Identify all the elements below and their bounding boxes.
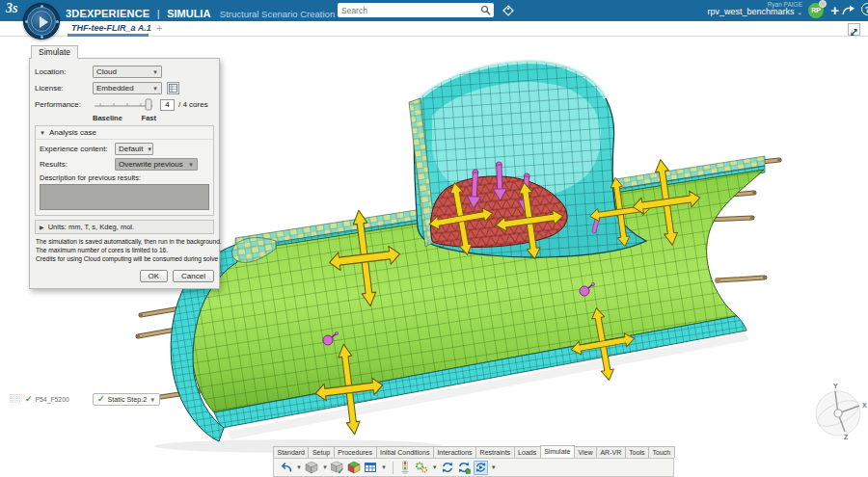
restore-window-button[interactable] bbox=[848, 23, 860, 36]
caret-down-icon: ▼ bbox=[147, 146, 152, 152]
simulation-check-button[interactable] bbox=[441, 461, 455, 475]
app-window: Y X Z 3s 3DEXPERIENCE | SIMULIA Structur… bbox=[0, 0, 868, 477]
expand-triangle-icon[interactable]: ▶ bbox=[40, 224, 44, 230]
description-textarea[interactable] bbox=[40, 184, 209, 210]
status-light-button[interactable] bbox=[398, 461, 413, 475]
search-icon[interactable] bbox=[480, 5, 491, 15]
model-button[interactable] bbox=[305, 461, 319, 475]
axis-z-label: Z bbox=[844, 434, 849, 440]
performance-slider[interactable] bbox=[93, 98, 154, 111]
license-label: License: bbox=[35, 84, 93, 93]
action-bar-tabs: Standard Setup Procedures Initial Condit… bbox=[273, 445, 674, 458]
results-select[interactable]: Overwrite previous ▼ bbox=[115, 158, 198, 171]
experience-content-select[interactable]: Default ▼ bbox=[115, 143, 153, 155]
step-name-label: Static Step.2 bbox=[108, 395, 148, 404]
slider-max-label: Fast bbox=[142, 114, 156, 122]
license-select[interactable]: Embedded ▼ bbox=[93, 82, 162, 94]
caret-down-icon[interactable]: ▼ bbox=[432, 464, 438, 470]
location-select[interactable]: Cloud ▼ bbox=[93, 66, 162, 78]
action-bar: Standard Setup Procedures Initial Condit… bbox=[273, 445, 674, 477]
search-box[interactable] bbox=[338, 3, 494, 17]
caret-down-icon[interactable]: ▼ bbox=[381, 464, 387, 470]
tab-standard[interactable]: Standard bbox=[273, 446, 309, 458]
tab-initial-conditions[interactable]: Initial Conditions bbox=[376, 446, 434, 458]
license-details-button[interactable] bbox=[167, 82, 179, 94]
cores-input[interactable] bbox=[160, 99, 175, 111]
caret-down-icon: ▼ bbox=[188, 162, 194, 168]
analysis-case-header[interactable]: ▼ Analysis case bbox=[36, 126, 213, 140]
model-update-button[interactable]: ✓ bbox=[331, 461, 345, 475]
tab-view[interactable]: View bbox=[574, 446, 597, 458]
license-value: Embedded bbox=[96, 84, 134, 93]
top-bar: 3s 3DEXPERIENCE | SIMULIA Structural Sce… bbox=[0, 0, 868, 21]
caret-down-icon: ▼ bbox=[152, 86, 158, 92]
simulate-dialog-tab[interactable]: Simulate bbox=[31, 45, 78, 59]
caret-down-icon[interactable]: ▼ bbox=[149, 397, 155, 403]
caret-down-icon: ▼ bbox=[152, 69, 158, 75]
analysis-case-title: Analysis case bbox=[49, 128, 96, 137]
add-content-button[interactable]: + bbox=[830, 2, 839, 19]
mesh-grid-icon bbox=[10, 394, 22, 404]
axis-y-label: Y bbox=[833, 383, 838, 389]
avatar-initials: RP bbox=[811, 7, 821, 13]
app-title: 3DEXPERIENCE | SIMULIA Structural Scenar… bbox=[66, 4, 335, 21]
info-line: The simulation is saved automatically, t… bbox=[36, 238, 213, 247]
svg-text:✓: ✓ bbox=[338, 466, 345, 475]
tab-setup[interactable]: Setup bbox=[308, 446, 334, 458]
help-button[interactable]: ? bbox=[861, 3, 868, 15]
cores-suffix-label: / 4 cores bbox=[178, 100, 208, 109]
simulation-results-button[interactable] bbox=[457, 461, 472, 475]
tab-interactions[interactable]: Interactions bbox=[433, 446, 476, 458]
description-label: Description for previous results: bbox=[40, 173, 209, 182]
cancel-button[interactable]: Cancel bbox=[173, 270, 214, 282]
brand-label: 3DEXPERIENCE bbox=[66, 8, 149, 19]
caret-down-icon[interactable]: ▼ bbox=[322, 464, 328, 470]
share-icon[interactable] bbox=[841, 4, 855, 16]
results-value: Overwrite previous bbox=[119, 160, 183, 169]
ok-button[interactable]: OK bbox=[140, 270, 169, 282]
tab-simulate[interactable]: Simulate bbox=[540, 445, 575, 458]
search-input[interactable] bbox=[341, 3, 475, 17]
workspace-label[interactable]: rpv_west_benchmarks bbox=[708, 7, 795, 16]
table-button[interactable] bbox=[364, 461, 378, 475]
units-section-header[interactable]: ▶ Units: mm, T, s, Kdeg, mol. bbox=[35, 220, 214, 234]
compass-play-icon[interactable] bbox=[40, 16, 48, 28]
caret-down-icon[interactable]: ▼ bbox=[296, 464, 302, 470]
tab-restraints[interactable]: Restraints bbox=[475, 446, 515, 458]
performance-label: Performance: bbox=[35, 100, 93, 109]
slider-handle[interactable] bbox=[146, 99, 151, 110]
3dexperience-compass[interactable] bbox=[23, 3, 60, 40]
tab-procedures[interactable]: Procedures bbox=[334, 446, 377, 458]
collapse-triangle-icon[interactable]: ▼ bbox=[40, 130, 45, 136]
info-line: Credits for using Cloud computing will b… bbox=[36, 255, 213, 264]
app-name-label: SIMULIA bbox=[167, 8, 210, 19]
units-label: Units: mm, T, s, Kdeg, mol. bbox=[48, 223, 134, 231]
tag-icon[interactable] bbox=[502, 4, 515, 17]
view-compass[interactable]: Y X Z bbox=[814, 383, 867, 440]
avatar-status-badge bbox=[819, 0, 827, 8]
results-model-button[interactable] bbox=[347, 461, 362, 475]
simulate-dialog: Simulate Location: Cloud ▼ License: Embe… bbox=[29, 44, 220, 289]
new-tab-button[interactable]: + bbox=[156, 22, 162, 34]
axis-x-label: X bbox=[862, 402, 867, 409]
document-tab[interactable]: THF-tee-FLIR_a A.1 bbox=[71, 23, 151, 33]
tab-touch[interactable]: Touch bbox=[648, 446, 675, 458]
results-label: Results: bbox=[40, 160, 115, 169]
toolbar-separator bbox=[393, 462, 393, 474]
user-block[interactable]: Ryan PAIGE rpv_west_benchmarks ⌄ bbox=[708, 1, 802, 17]
mesh-name-label: P54_F5200 bbox=[36, 396, 69, 403]
tab-ar-vr[interactable]: AR-VR bbox=[596, 446, 626, 458]
step-selector[interactable]: ✓ Static Step.2 ▼ bbox=[93, 393, 160, 406]
tab-tools[interactable]: Tools bbox=[625, 446, 649, 458]
location-value: Cloud bbox=[96, 67, 117, 76]
tab-loads[interactable]: Loads bbox=[514, 446, 541, 458]
avatar[interactable]: RP bbox=[808, 3, 824, 18]
compass-north-mark bbox=[41, 5, 43, 8]
settings-gears-button[interactable] bbox=[415, 461, 429, 475]
simulate-run-button[interactable] bbox=[474, 461, 488, 475]
mesh-status[interactable]: ✓ P54_F5200 bbox=[10, 394, 69, 404]
caret-down-icon[interactable]: ▼ bbox=[491, 464, 497, 470]
slider-min-label: Baseline bbox=[93, 114, 122, 122]
undo-button[interactable] bbox=[279, 461, 293, 475]
chevron-down-icon[interactable]: ⌄ bbox=[797, 9, 802, 15]
